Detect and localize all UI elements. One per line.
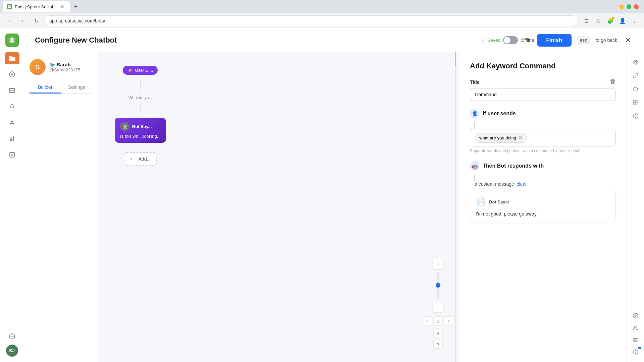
svg-rect-30 <box>633 339 638 341</box>
bot-card-body: Is this wh... looking... <box>120 134 161 139</box>
right-icon-help[interactable] <box>630 110 642 122</box>
sidebar-item-notifications[interactable] <box>5 99 19 114</box>
zoom-minus-button[interactable]: − <box>433 302 443 312</box>
bot-says-card: 🤖 Bot Say... Is this wh... looking... <box>115 118 166 143</box>
svg-rect-11 <box>10 153 14 157</box>
finish-button[interactable]: Finish <box>537 34 572 47</box>
svg-point-6 <box>11 109 12 110</box>
right-icon-link[interactable] <box>630 70 642 82</box>
right-icon-eye[interactable] <box>630 56 642 68</box>
sidebar-folder[interactable] <box>5 52 19 64</box>
page-title: Configure New Chatbot <box>35 36 481 45</box>
title-input[interactable] <box>470 88 616 101</box>
browser-tab[interactable]: Bots | Sprout Social ✕ <box>3 1 70 12</box>
svg-rect-21 <box>636 103 638 105</box>
svg-rect-4 <box>9 88 15 93</box>
clear-link[interactable]: clear <box>517 181 527 187</box>
sprout-favicon <box>7 4 12 9</box>
esc-badge: esc <box>577 37 590 44</box>
if-user-sends-label: 👤 If user sends <box>470 109 616 118</box>
zoom-track[interactable] <box>437 272 439 299</box>
nav-left-button[interactable]: ‹ <box>423 316 432 326</box>
close-window-button[interactable] <box>634 4 639 9</box>
right-icon-grid[interactable] <box>630 97 642 109</box>
refresh-button[interactable]: ↻ <box>31 15 42 26</box>
profile-tabs: Builder Settings <box>30 82 92 94</box>
close-header-button[interactable]: ✕ <box>623 35 633 46</box>
title-field-label: Title 🗑 <box>470 78 616 85</box>
address-bar[interactable]: app.sproutsocial.com/bots/ <box>44 15 578 26</box>
home-button[interactable]: ⌂ <box>433 316 443 326</box>
saved-label: Saved <box>487 38 501 43</box>
nav-down-button[interactable]: ∨ <box>433 339 443 349</box>
profile-button[interactable]: 👤 <box>617 15 628 26</box>
right-icon-user-plus[interactable] <box>630 322 642 334</box>
svg-point-17 <box>635 61 637 63</box>
user-chip: ⚡ User Cl... <box>123 66 158 75</box>
canvas-scrollbar[interactable] <box>455 52 456 362</box>
extensions-button[interactable]: 🧩 <box>605 15 616 26</box>
minimize-button[interactable] <box>619 4 624 9</box>
title-field-group: Title 🗑 <box>470 78 616 101</box>
builder-area: S 🐦 Sarah @Sarah233175 Builder Settings <box>24 52 644 362</box>
svg-point-23 <box>635 117 636 118</box>
browser-titlebar: Bots | Sprout Social ✕ + <box>0 0 644 13</box>
keyword-tag-remove[interactable]: ✕ <box>518 135 523 141</box>
bookmark-button[interactable]: ☆ <box>593 15 604 26</box>
keyword-input-area[interactable]: what are you doing ✕ <box>470 129 616 146</box>
panel-title: Add Keyword Command <box>470 62 616 70</box>
profile-handle: @Sarah233175 <box>50 67 80 72</box>
twitter-icon: 🐦 <box>50 62 55 67</box>
scroll-thumb <box>455 52 456 66</box>
check-icon: ✓ <box>481 38 485 43</box>
right-icon-loop[interactable] <box>630 83 642 95</box>
tab-builder[interactable]: Builder <box>30 82 61 94</box>
bot-says-icon: 📄 <box>476 196 486 207</box>
sidebar-item-analytics[interactable] <box>5 131 19 146</box>
bot-says-header: 🤖 Bot Say... <box>120 122 161 131</box>
back-button[interactable]: ‹ <box>4 15 15 26</box>
zoom-controls: + − ‹ ⌂ › ∧ ∨ <box>423 259 453 349</box>
header-actions: ✓ Saved Offline Finish esc to go back ✕ <box>481 34 633 47</box>
svg-rect-19 <box>636 100 638 102</box>
bot-says-card-header: 📄 Bot Says: <box>476 196 610 207</box>
tab-close-button[interactable]: ✕ <box>59 3 66 10</box>
online-toggle[interactable]: Offline <box>503 36 534 44</box>
profile-avatar: S <box>30 59 46 75</box>
go-back-text: to go back <box>595 38 617 43</box>
forward-button[interactable]: › <box>17 15 28 26</box>
right-sidebar-bottom <box>630 310 642 358</box>
user-question: What do yu... <box>128 96 152 100</box>
sidebar-item-reports[interactable] <box>5 147 19 162</box>
sidebar-item-messages[interactable] <box>5 83 19 98</box>
right-icon-keyboard[interactable] <box>630 334 642 346</box>
left-sidebar: SJ <box>0 28 24 362</box>
right-icon-add[interactable] <box>630 310 642 322</box>
sidebar-item-publish[interactable] <box>5 115 19 130</box>
nav-up-button[interactable]: ∧ <box>433 328 443 338</box>
then-responds-label: 🤖 Then Bot responds with <box>470 161 616 171</box>
cast-button[interactable]: ⊡ <box>581 15 592 26</box>
bot-card-title: Bot Say... <box>132 124 152 129</box>
zoom-plus-button[interactable]: + <box>433 259 443 269</box>
svg-rect-10 <box>13 136 14 141</box>
new-tab-button[interactable]: + <box>71 2 80 11</box>
delete-button[interactable]: 🗑 <box>610 78 616 85</box>
svg-rect-8 <box>10 139 11 141</box>
tab-settings[interactable]: Settings <box>61 82 93 94</box>
add-label: + Add... <box>135 156 151 162</box>
maximize-button[interactable] <box>627 4 631 9</box>
sidebar-item-feed[interactable] <box>5 67 19 82</box>
user-avatar[interactable]: SJ <box>6 345 18 357</box>
nav-right-button[interactable]: › <box>444 316 453 326</box>
bot-icon: 🤖 <box>120 122 129 131</box>
panel-inner: Add Keyword Command Title 🗑 👤 If <box>459 52 627 241</box>
menu-button[interactable]: ⋮ <box>629 15 640 26</box>
svg-rect-14 <box>10 335 14 338</box>
right-icon-help-2[interactable] <box>630 346 642 358</box>
toggle-switch[interactable] <box>503 36 518 44</box>
add-step-button[interactable]: + + Add... <box>124 152 157 166</box>
sidebar-item-bots[interactable] <box>5 328 19 343</box>
connector-line <box>474 122 475 129</box>
zoom-thumb[interactable] <box>436 283 440 288</box>
